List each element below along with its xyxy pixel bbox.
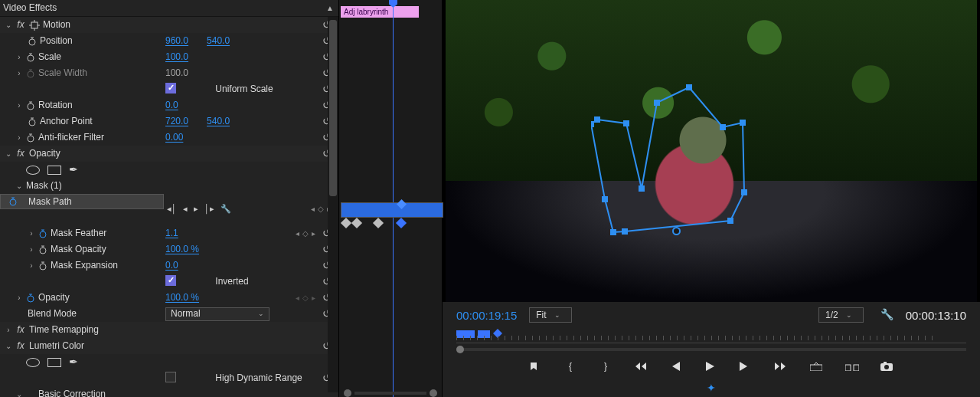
track-back-kf-icon[interactable]: ◂│	[167, 203, 177, 215]
disclosure-icon[interactable]: ⌄	[14, 181, 24, 192]
go-to-in-icon[interactable]	[634, 362, 648, 371]
mask-path-keyframe-bar[interactable]	[341, 202, 443, 218]
clip-bar[interactable]: Adj labryrinth	[341, 6, 419, 18]
uniform-scale-checkbox[interactable]: ✓	[165, 83, 176, 94]
prev-kf-icon[interactable]: ◂	[296, 228, 299, 239]
disclosure-icon[interactable]: ›	[26, 228, 37, 239]
effect-motion[interactable]: ⌄ fx Motion ↺	[0, 17, 338, 33]
track-play-icon[interactable]: ▸	[194, 203, 198, 215]
disclosure-icon[interactable]: ⌄	[14, 389, 24, 398]
stopwatch-icon[interactable]	[24, 293, 37, 303]
add-kf-icon[interactable]: ◇	[302, 293, 309, 303]
inverted-checkbox[interactable]: ✓	[165, 275, 176, 286]
rect-mask-icon[interactable]	[47, 358, 61, 367]
zoom-select[interactable]: Fit⌄	[529, 307, 571, 323]
disclosure-icon[interactable]: ›	[14, 52, 24, 63]
zoom-scrubber[interactable]	[456, 348, 966, 351]
keyframe-diamond[interactable]	[351, 218, 362, 228]
svg-point-9	[40, 248, 46, 254]
prev-kf-icon[interactable]: ◂	[296, 293, 299, 303]
add-kf-icon[interactable]: ◇	[302, 228, 309, 239]
program-monitor[interactable]	[446, 0, 977, 302]
stopwatch-icon[interactable]	[37, 244, 49, 255]
disclosure-icon[interactable]: ›	[14, 100, 24, 111]
antiflicker-value[interactable]: 0.00	[165, 131, 183, 144]
keyframe-timeline[interactable]: Adj labryrinth	[338, 0, 443, 397]
go-to-out-icon[interactable]	[775, 362, 789, 371]
keyframe-diamond[interactable]	[396, 218, 407, 228]
keyframe-diamond[interactable]	[341, 218, 351, 228]
prev-kf-icon[interactable]: ◂	[311, 204, 315, 215]
stopwatch-icon[interactable]	[26, 116, 38, 127]
position-y[interactable]: 540.0	[207, 34, 230, 48]
bracket-in-icon[interactable]: {	[564, 360, 577, 373]
add-kf-icon[interactable]: ◇	[318, 204, 324, 215]
effect-opacity[interactable]: ⌄ fx Opacity ↺	[0, 146, 338, 162]
disclosure-icon[interactable]: ›	[14, 293, 24, 303]
rotation-value[interactable]: 0.0	[165, 99, 178, 112]
rect-mask-icon[interactable]	[47, 166, 61, 175]
stopwatch-icon[interactable]	[24, 133, 37, 143]
add-button-icon[interactable]: ✦	[707, 381, 716, 396]
vertical-scrollbar[interactable]	[328, 17, 338, 392]
disclosure-icon[interactable]: ›	[26, 261, 37, 271]
disclosure-icon[interactable]: ›	[26, 244, 37, 255]
step-back-icon[interactable]	[669, 362, 683, 371]
bracket-out-icon[interactable]: }	[599, 360, 612, 373]
mask-group[interactable]: ⌄ Mask (1)	[0, 178, 338, 194]
fx-badge-icon[interactable]: fx	[14, 340, 28, 353]
step-fwd-icon[interactable]	[740, 362, 753, 371]
current-timecode[interactable]: 00:00:19:15	[456, 307, 517, 323]
ellipse-mask-icon[interactable]	[26, 166, 40, 175]
mask-center-handle[interactable]	[672, 227, 681, 235]
pen-mask-icon[interactable]: ✒	[69, 355, 78, 370]
keyframe-diamond[interactable]	[373, 218, 384, 228]
lumetri-basic-correction[interactable]: ⌄ Basic Correction	[0, 386, 338, 397]
stopwatch-icon	[24, 68, 37, 79]
disclosure-icon[interactable]: ›	[14, 68, 24, 79]
expansion-value[interactable]: 0.0	[165, 259, 178, 272]
opacity-value[interactable]: 100.0 %	[165, 291, 199, 304]
effect-time-remapping[interactable]: › fx Time Remapping	[0, 322, 338, 338]
extract-icon[interactable]	[845, 362, 859, 371]
blend-mode-select[interactable]: Normal⌄	[165, 307, 270, 321]
panel-menu-icon[interactable]: ▲	[326, 3, 334, 14]
track-settings-icon[interactable]: 🔧	[220, 203, 231, 215]
lift-icon[interactable]	[810, 362, 824, 371]
settings-icon[interactable]: 🔧	[880, 307, 893, 323]
fx-badge-icon[interactable]: fx	[14, 18, 28, 31]
motion-transform-icon[interactable]	[28, 20, 41, 31]
fx-badge-icon[interactable]: fx	[14, 147, 28, 160]
stopwatch-icon[interactable]	[24, 52, 37, 63]
mini-timeline[interactable]	[443, 328, 980, 353]
stopwatch-icon[interactable]	[24, 100, 37, 111]
fx-badge-icon[interactable]: fx	[14, 323, 28, 336]
scale-value[interactable]: 100.0	[165, 51, 188, 64]
pen-mask-icon[interactable]: ✒	[69, 162, 78, 178]
position-x[interactable]: 960.0	[165, 34, 188, 48]
export-frame-icon[interactable]	[880, 362, 894, 371]
disclosure-icon[interactable]: ⌄	[3, 20, 14, 31]
effect-lumetri[interactable]: ⌄ fx Lumetri Color ↺	[0, 338, 338, 354]
stopwatch-icon[interactable]	[37, 261, 49, 271]
disclosure-icon[interactable]: ›	[14, 133, 24, 143]
track-back-icon[interactable]: ◂	[183, 203, 188, 215]
feather-value[interactable]: 1.1	[165, 227, 178, 240]
stopwatch-icon[interactable]	[37, 228, 49, 239]
play-icon[interactable]	[704, 361, 718, 372]
disclosure-icon[interactable]: ⌄	[3, 149, 14, 159]
mask-opacity-value[interactable]: 100.0 %	[165, 243, 199, 256]
hdr-checkbox[interactable]	[165, 372, 176, 382]
quality-select[interactable]: 1/2⌄	[818, 307, 864, 323]
next-kf-icon[interactable]: ▸	[312, 228, 315, 239]
stopwatch-icon[interactable]	[26, 36, 38, 47]
track-fwd-icon[interactable]: │▸	[204, 203, 214, 215]
mark-in-icon[interactable]	[528, 361, 542, 372]
disclosure-icon[interactable]: ›	[3, 325, 14, 336]
disclosure-icon[interactable]: ⌄	[3, 341, 14, 352]
horizontal-scrollbar[interactable]	[344, 389, 437, 397]
next-kf-icon[interactable]: ▸	[312, 293, 315, 303]
ellipse-mask-icon[interactable]	[26, 358, 40, 367]
anchor-y[interactable]: 540.0	[207, 115, 230, 128]
anchor-x[interactable]: 720.0	[165, 115, 188, 128]
